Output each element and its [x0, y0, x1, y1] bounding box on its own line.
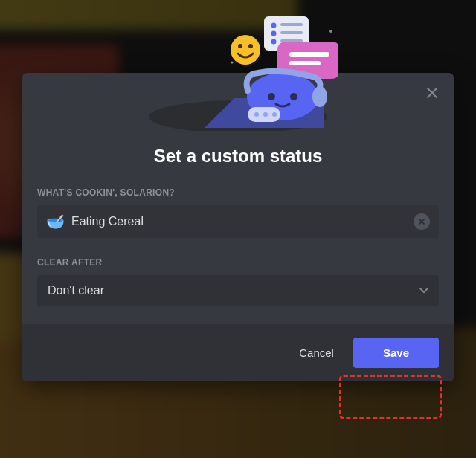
svg-point-19 — [263, 112, 268, 117]
cancel-button[interactable]: Cancel — [286, 339, 347, 367]
modal-footer: Cancel Save — [22, 324, 454, 381]
save-button[interactable]: Save — [353, 338, 439, 368]
svg-point-15 — [290, 93, 298, 100]
chevron-down-icon — [419, 288, 428, 294]
status-field-label: WHAT'S COOKIN', SOLARION? — [37, 187, 439, 198]
clear-status-button[interactable] — [414, 213, 430, 230]
emoji-picker-button[interactable]: 🥣 — [46, 213, 64, 230]
modal-body: WHAT'S COOKIN', SOLARION? 🥣 CLEAR AFTER … — [22, 181, 454, 324]
status-text-input[interactable] — [71, 215, 414, 228]
svg-point-16 — [312, 86, 327, 107]
clear-after-value: Don't clear — [48, 284, 104, 297]
close-icon — [425, 86, 439, 100]
custom-status-modal: Set a custom status WHAT'S COOKIN', SOLA… — [22, 73, 454, 381]
svg-rect-17 — [248, 107, 280, 122]
clear-after-select[interactable]: Don't clear — [37, 275, 439, 306]
modal-title: Set a custom status — [22, 134, 454, 181]
svg-point-13 — [247, 73, 318, 120]
svg-point-18 — [254, 112, 259, 117]
clear-after-label: CLEAR AFTER — [37, 257, 439, 268]
modal-header: Set a custom status — [22, 73, 454, 181]
svg-point-20 — [272, 112, 277, 117]
clear-icon — [418, 218, 425, 225]
close-button[interactable] — [422, 83, 442, 103]
svg-point-0 — [149, 100, 327, 131]
svg-point-14 — [268, 93, 275, 100]
status-input-row: 🥣 — [37, 205, 439, 238]
